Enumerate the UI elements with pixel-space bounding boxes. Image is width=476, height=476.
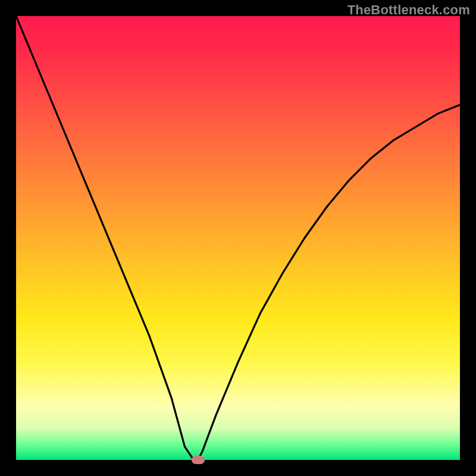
bottleneck-curve (16, 16, 460, 460)
watermark-text: TheBottleneck.com (347, 2, 470, 18)
plot-area (16, 16, 460, 460)
optimal-point-marker (192, 456, 205, 464)
